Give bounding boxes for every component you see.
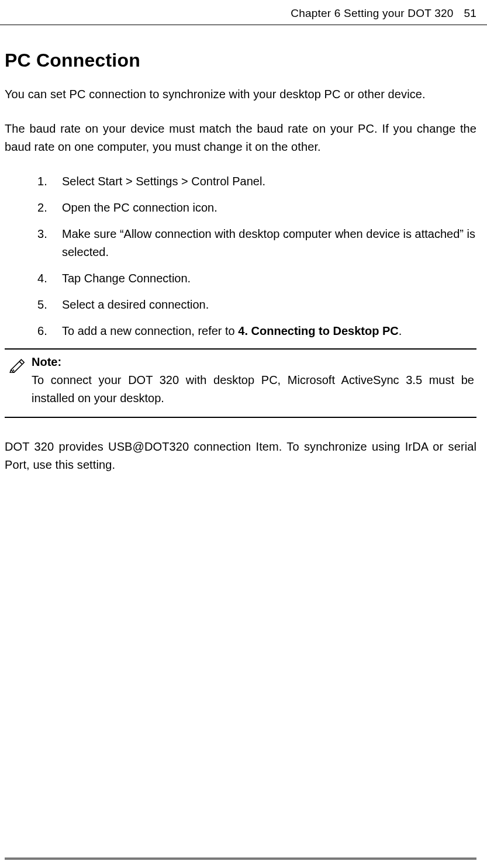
list-item: Select Start > Settings > Control Panel.	[37, 172, 476, 191]
section-title: PC Connection	[5, 50, 476, 71]
list-item: Make sure “Allow connection with desktop…	[37, 225, 476, 261]
list-item: Open the PC connection icon.	[37, 199, 476, 217]
note-body: To connect your DOT 320 with desktop PC,…	[32, 371, 474, 407]
baud-paragraph: The baud rate on your device must match …	[5, 120, 476, 156]
note-text: Note: To connect your DOT 320 with deskt…	[32, 355, 476, 407]
page-number: 51	[464, 7, 476, 20]
page-content: PC Connection You can set PC connection …	[0, 50, 487, 474]
page: Chapter 6 Setting your DOT 320 51 PC Con…	[0, 0, 487, 868]
footer-rule	[5, 857, 476, 860]
intro-paragraph: You can set PC connection to synchronize…	[5, 85, 476, 103]
page-header: Chapter 6 Setting your DOT 320 51	[0, 0, 487, 25]
steps-list: Select Start > Settings > Control Panel.…	[5, 172, 476, 340]
step6-reference: 4. Connecting to Desktop PC	[238, 324, 398, 337]
note-box: Note: To connect your DOT 320 with deskt…	[5, 348, 476, 418]
closing-paragraph: DOT 320 provides USB@DOT320 connection I…	[5, 438, 476, 474]
step6-prefix: To add a new connection, refer to	[62, 324, 238, 337]
list-item: To add a new connection, refer to 4. Con…	[37, 322, 476, 340]
pencil-note-icon	[5, 355, 32, 375]
list-item: Tap Change Connection.	[37, 269, 476, 288]
note-label: Note:	[32, 355, 474, 369]
list-item: Select a desired connection.	[37, 296, 476, 314]
chapter-label: Chapter 6 Setting your DOT 320	[291, 7, 453, 20]
step6-suffix: .	[399, 324, 402, 337]
